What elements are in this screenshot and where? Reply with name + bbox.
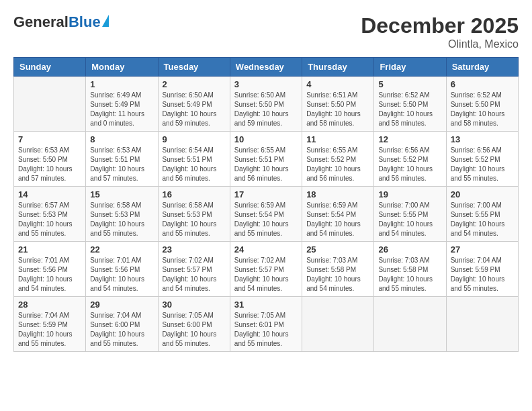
day-info: Sunrise: 6:55 AMSunset: 5:51 PMDaylight:… [234,146,298,183]
day-number: 17 [234,189,298,199]
weekday-header-row: SundayMondayTuesdayWednesdayThursdayFrid… [14,58,519,77]
day-info: Sunrise: 7:03 AMSunset: 5:58 PMDaylight:… [306,256,369,293]
day-info: Sunrise: 6:50 AMSunset: 5:50 PMDaylight:… [234,91,298,128]
page-header: General Blue December 2025 Olintla, Mexi… [13,13,519,50]
day-info: Sunrise: 6:58 AMSunset: 5:53 PMDaylight:… [90,201,153,238]
calendar-cell: 24Sunrise: 7:02 AMSunset: 5:57 PMDayligh… [230,242,302,297]
day-number: 12 [378,134,441,144]
day-number: 30 [163,300,226,310]
day-number: 11 [306,134,369,144]
calendar-cell: 27Sunrise: 7:04 AMSunset: 5:59 PMDayligh… [446,242,518,297]
day-number: 9 [163,134,226,144]
calendar-body: 1Sunrise: 6:49 AMSunset: 5:49 PMDaylight… [14,77,519,352]
calendar-cell: 7Sunrise: 6:53 AMSunset: 5:50 PMDaylight… [14,132,86,187]
weekday-header-sunday: Sunday [14,58,86,77]
day-info: Sunrise: 7:02 AMSunset: 5:57 PMDaylight:… [163,256,226,293]
calendar-cell: 11Sunrise: 6:55 AMSunset: 5:52 PMDayligh… [302,132,374,187]
day-number: 1 [90,79,153,89]
day-info: Sunrise: 7:04 AMSunset: 5:59 PMDaylight:… [18,311,81,349]
calendar-cell: 23Sunrise: 7:02 AMSunset: 5:57 PMDayligh… [158,242,230,297]
day-info: Sunrise: 7:00 AMSunset: 5:55 PMDaylight:… [451,201,514,238]
day-number: 23 [163,244,226,255]
day-number: 16 [163,189,226,199]
calendar-cell: 13Sunrise: 6:56 AMSunset: 5:52 PMDayligh… [446,132,518,187]
day-number: 4 [306,79,369,89]
day-number: 27 [451,244,514,255]
calendar-cell: 17Sunrise: 6:59 AMSunset: 5:54 PMDayligh… [230,187,302,242]
month-title: December 2025 [361,13,519,38]
day-info: Sunrise: 6:52 AMSunset: 5:50 PMDaylight:… [378,91,441,128]
day-number: 3 [234,79,298,89]
day-info: Sunrise: 6:56 AMSunset: 5:52 PMDaylight:… [378,146,441,183]
calendar-cell: 4Sunrise: 6:51 AMSunset: 5:50 PMDaylight… [302,77,374,132]
calendar-cell: 26Sunrise: 7:03 AMSunset: 5:58 PMDayligh… [374,242,446,297]
day-info: Sunrise: 6:56 AMSunset: 5:52 PMDaylight:… [451,146,514,183]
calendar-cell: 3Sunrise: 6:50 AMSunset: 5:50 PMDaylight… [230,77,302,132]
day-number: 8 [90,134,153,144]
calendar-cell [14,77,86,132]
calendar-cell [446,297,518,352]
day-number: 18 [306,189,369,199]
calendar-cell: 2Sunrise: 6:50 AMSunset: 5:49 PMDaylight… [158,77,230,132]
day-number: 22 [90,244,153,255]
day-info: Sunrise: 7:02 AMSunset: 5:57 PMDaylight:… [234,256,298,293]
calendar-cell: 14Sunrise: 6:57 AMSunset: 5:53 PMDayligh… [14,187,86,242]
calendar-cell: 6Sunrise: 6:52 AMSunset: 5:50 PMDaylight… [446,77,518,132]
day-number: 26 [378,244,441,255]
calendar-cell [374,297,446,352]
weekday-header-saturday: Saturday [446,58,518,77]
day-number: 24 [234,244,298,255]
calendar-cell: 10Sunrise: 6:55 AMSunset: 5:51 PMDayligh… [230,132,302,187]
day-info: Sunrise: 6:51 AMSunset: 5:50 PMDaylight:… [306,91,369,128]
day-info: Sunrise: 7:05 AMSunset: 6:01 PMDaylight:… [234,311,298,349]
day-number: 6 [451,79,514,89]
day-number: 25 [306,244,369,255]
day-number: 29 [90,300,153,310]
calendar-cell: 25Sunrise: 7:03 AMSunset: 5:58 PMDayligh… [302,242,374,297]
calendar-cell: 30Sunrise: 7:05 AMSunset: 6:00 PMDayligh… [158,297,230,352]
weekday-header-tuesday: Tuesday [158,58,230,77]
day-number: 20 [451,189,514,199]
day-info: Sunrise: 7:05 AMSunset: 6:00 PMDaylight:… [163,311,226,349]
day-number: 21 [18,244,81,255]
day-number: 19 [378,189,441,199]
calendar-cell: 31Sunrise: 7:05 AMSunset: 6:01 PMDayligh… [230,297,302,352]
calendar-cell: 9Sunrise: 6:54 AMSunset: 5:51 PMDaylight… [158,132,230,187]
day-info: Sunrise: 6:52 AMSunset: 5:50 PMDaylight:… [451,91,514,128]
logo: General Blue [13,13,109,31]
calendar-cell: 1Sunrise: 6:49 AMSunset: 5:49 PMDaylight… [86,77,158,132]
logo-general: General [13,13,69,31]
calendar-cell: 20Sunrise: 7:00 AMSunset: 5:55 PMDayligh… [446,187,518,242]
day-number: 13 [451,134,514,144]
day-info: Sunrise: 6:49 AMSunset: 5:49 PMDaylight:… [90,91,153,128]
calendar-cell: 21Sunrise: 7:01 AMSunset: 5:56 PMDayligh… [14,242,86,297]
day-number: 10 [234,134,298,144]
day-info: Sunrise: 6:57 AMSunset: 5:53 PMDaylight:… [18,201,81,238]
calendar-cell: 16Sunrise: 6:58 AMSunset: 5:53 PMDayligh… [158,187,230,242]
weekday-header-thursday: Thursday [302,58,374,77]
weekday-header-monday: Monday [86,58,158,77]
weekday-header-wednesday: Wednesday [230,58,302,77]
day-info: Sunrise: 7:04 AMSunset: 5:59 PMDaylight:… [451,256,514,293]
calendar-week-2: 7Sunrise: 6:53 AMSunset: 5:50 PMDaylight… [14,132,519,187]
day-number: 2 [163,79,226,89]
day-info: Sunrise: 7:00 AMSunset: 5:55 PMDaylight:… [378,201,441,238]
day-number: 31 [234,300,298,310]
calendar-cell: 22Sunrise: 7:01 AMSunset: 5:56 PMDayligh… [86,242,158,297]
day-info: Sunrise: 7:03 AMSunset: 5:58 PMDaylight:… [378,256,441,293]
location: Olintla, Mexico [361,38,519,50]
calendar-table: SundayMondayTuesdayWednesdayThursdayFrid… [13,57,519,352]
calendar-cell: 28Sunrise: 7:04 AMSunset: 5:59 PMDayligh… [14,297,86,352]
logo-blue: Blue [69,13,101,31]
logo-icon [102,15,109,27]
calendar-week-1: 1Sunrise: 6:49 AMSunset: 5:49 PMDaylight… [14,77,519,132]
day-info: Sunrise: 6:59 AMSunset: 5:54 PMDaylight:… [306,201,369,238]
day-info: Sunrise: 6:50 AMSunset: 5:49 PMDaylight:… [163,91,226,128]
day-number: 5 [378,79,441,89]
calendar-week-3: 14Sunrise: 6:57 AMSunset: 5:53 PMDayligh… [14,187,519,242]
day-info: Sunrise: 6:55 AMSunset: 5:52 PMDaylight:… [306,146,369,183]
day-info: Sunrise: 6:54 AMSunset: 5:51 PMDaylight:… [163,146,226,183]
day-number: 15 [90,189,153,199]
calendar-cell: 18Sunrise: 6:59 AMSunset: 5:54 PMDayligh… [302,187,374,242]
day-info: Sunrise: 6:59 AMSunset: 5:54 PMDaylight:… [234,201,298,238]
